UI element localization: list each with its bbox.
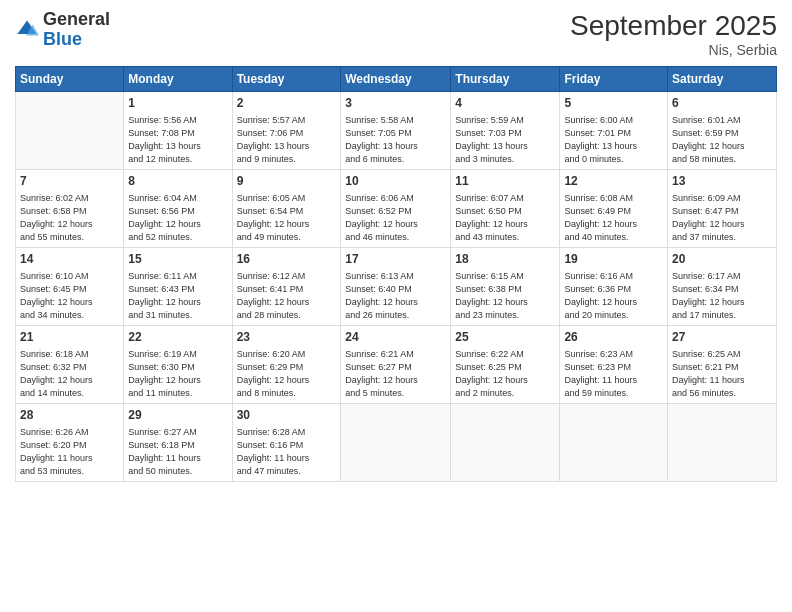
day-info: Sunrise: 6:18 AMSunset: 6:32 PMDaylight:… [20, 348, 119, 400]
day-cell: 5Sunrise: 6:00 AMSunset: 7:01 PMDaylight… [560, 92, 668, 170]
day-info: Sunrise: 6:17 AMSunset: 6:34 PMDaylight:… [672, 270, 772, 322]
day-number: 6 [672, 95, 772, 112]
day-info: Sunrise: 6:25 AMSunset: 6:21 PMDaylight:… [672, 348, 772, 400]
logo-icon [15, 18, 39, 42]
day-number: 19 [564, 251, 663, 268]
day-cell: 18Sunrise: 6:15 AMSunset: 6:38 PMDayligh… [451, 247, 560, 325]
day-number: 3 [345, 95, 446, 112]
day-info: Sunrise: 6:19 AMSunset: 6:30 PMDaylight:… [128, 348, 227, 400]
day-number: 30 [237, 407, 337, 424]
day-number: 11 [455, 173, 555, 190]
day-number: 10 [345, 173, 446, 190]
day-info: Sunrise: 6:28 AMSunset: 6:16 PMDaylight:… [237, 426, 337, 478]
day-cell: 22Sunrise: 6:19 AMSunset: 6:30 PMDayligh… [124, 325, 232, 403]
day-number: 14 [20, 251, 119, 268]
col-header-sunday: Sunday [16, 67, 124, 92]
day-number: 9 [237, 173, 337, 190]
day-number: 24 [345, 329, 446, 346]
day-cell: 11Sunrise: 6:07 AMSunset: 6:50 PMDayligh… [451, 169, 560, 247]
col-header-thursday: Thursday [451, 67, 560, 92]
week-row-3: 21Sunrise: 6:18 AMSunset: 6:32 PMDayligh… [16, 325, 777, 403]
day-number: 29 [128, 407, 227, 424]
col-header-wednesday: Wednesday [341, 67, 451, 92]
day-number: 5 [564, 95, 663, 112]
day-cell: 2Sunrise: 5:57 AMSunset: 7:06 PMDaylight… [232, 92, 341, 170]
day-cell: 27Sunrise: 6:25 AMSunset: 6:21 PMDayligh… [668, 325, 777, 403]
day-info: Sunrise: 6:01 AMSunset: 6:59 PMDaylight:… [672, 114, 772, 166]
day-cell [16, 92, 124, 170]
day-cell: 1Sunrise: 5:56 AMSunset: 7:08 PMDaylight… [124, 92, 232, 170]
day-number: 27 [672, 329, 772, 346]
day-cell: 15Sunrise: 6:11 AMSunset: 6:43 PMDayligh… [124, 247, 232, 325]
day-info: Sunrise: 6:10 AMSunset: 6:45 PMDaylight:… [20, 270, 119, 322]
day-cell: 10Sunrise: 6:06 AMSunset: 6:52 PMDayligh… [341, 169, 451, 247]
day-cell: 12Sunrise: 6:08 AMSunset: 6:49 PMDayligh… [560, 169, 668, 247]
day-number: 1 [128, 95, 227, 112]
logo: General Blue [15, 10, 110, 50]
day-info: Sunrise: 6:27 AMSunset: 6:18 PMDaylight:… [128, 426, 227, 478]
day-cell: 16Sunrise: 6:12 AMSunset: 6:41 PMDayligh… [232, 247, 341, 325]
day-info: Sunrise: 6:20 AMSunset: 6:29 PMDaylight:… [237, 348, 337, 400]
day-info: Sunrise: 6:06 AMSunset: 6:52 PMDaylight:… [345, 192, 446, 244]
day-number: 16 [237, 251, 337, 268]
day-cell: 9Sunrise: 6:05 AMSunset: 6:54 PMDaylight… [232, 169, 341, 247]
day-cell: 20Sunrise: 6:17 AMSunset: 6:34 PMDayligh… [668, 247, 777, 325]
day-number: 25 [455, 329, 555, 346]
day-number: 23 [237, 329, 337, 346]
day-cell: 28Sunrise: 6:26 AMSunset: 6:20 PMDayligh… [16, 403, 124, 481]
day-info: Sunrise: 5:56 AMSunset: 7:08 PMDaylight:… [128, 114, 227, 166]
day-cell: 23Sunrise: 6:20 AMSunset: 6:29 PMDayligh… [232, 325, 341, 403]
header: General Blue September 2025 Nis, Serbia [15, 10, 777, 58]
col-header-monday: Monday [124, 67, 232, 92]
day-info: Sunrise: 6:04 AMSunset: 6:56 PMDaylight:… [128, 192, 227, 244]
day-number: 2 [237, 95, 337, 112]
day-number: 22 [128, 329, 227, 346]
day-info: Sunrise: 6:07 AMSunset: 6:50 PMDaylight:… [455, 192, 555, 244]
day-number: 17 [345, 251, 446, 268]
day-info: Sunrise: 6:08 AMSunset: 6:49 PMDaylight:… [564, 192, 663, 244]
location: Nis, Serbia [570, 42, 777, 58]
day-cell: 21Sunrise: 6:18 AMSunset: 6:32 PMDayligh… [16, 325, 124, 403]
logo-blue: Blue [43, 29, 82, 49]
day-info: Sunrise: 6:02 AMSunset: 6:58 PMDaylight:… [20, 192, 119, 244]
day-number: 15 [128, 251, 227, 268]
day-number: 26 [564, 329, 663, 346]
day-number: 8 [128, 173, 227, 190]
calendar-header-row: SundayMondayTuesdayWednesdayThursdayFrid… [16, 67, 777, 92]
day-info: Sunrise: 6:09 AMSunset: 6:47 PMDaylight:… [672, 192, 772, 244]
day-cell: 30Sunrise: 6:28 AMSunset: 6:16 PMDayligh… [232, 403, 341, 481]
day-cell: 24Sunrise: 6:21 AMSunset: 6:27 PMDayligh… [341, 325, 451, 403]
day-cell: 25Sunrise: 6:22 AMSunset: 6:25 PMDayligh… [451, 325, 560, 403]
day-info: Sunrise: 6:16 AMSunset: 6:36 PMDaylight:… [564, 270, 663, 322]
day-info: Sunrise: 6:22 AMSunset: 6:25 PMDaylight:… [455, 348, 555, 400]
day-number: 28 [20, 407, 119, 424]
day-info: Sunrise: 5:57 AMSunset: 7:06 PMDaylight:… [237, 114, 337, 166]
day-cell [451, 403, 560, 481]
day-number: 4 [455, 95, 555, 112]
col-header-tuesday: Tuesday [232, 67, 341, 92]
title-block: September 2025 Nis, Serbia [570, 10, 777, 58]
calendar-table: SundayMondayTuesdayWednesdayThursdayFrid… [15, 66, 777, 482]
day-cell [560, 403, 668, 481]
day-cell: 8Sunrise: 6:04 AMSunset: 6:56 PMDaylight… [124, 169, 232, 247]
day-info: Sunrise: 5:58 AMSunset: 7:05 PMDaylight:… [345, 114, 446, 166]
day-info: Sunrise: 6:21 AMSunset: 6:27 PMDaylight:… [345, 348, 446, 400]
day-cell: 7Sunrise: 6:02 AMSunset: 6:58 PMDaylight… [16, 169, 124, 247]
day-info: Sunrise: 6:15 AMSunset: 6:38 PMDaylight:… [455, 270, 555, 322]
day-cell: 19Sunrise: 6:16 AMSunset: 6:36 PMDayligh… [560, 247, 668, 325]
day-info: Sunrise: 6:00 AMSunset: 7:01 PMDaylight:… [564, 114, 663, 166]
day-cell: 26Sunrise: 6:23 AMSunset: 6:23 PMDayligh… [560, 325, 668, 403]
day-info: Sunrise: 6:26 AMSunset: 6:20 PMDaylight:… [20, 426, 119, 478]
day-info: Sunrise: 6:11 AMSunset: 6:43 PMDaylight:… [128, 270, 227, 322]
day-cell: 3Sunrise: 5:58 AMSunset: 7:05 PMDaylight… [341, 92, 451, 170]
day-cell: 14Sunrise: 6:10 AMSunset: 6:45 PMDayligh… [16, 247, 124, 325]
day-info: Sunrise: 6:13 AMSunset: 6:40 PMDaylight:… [345, 270, 446, 322]
day-number: 7 [20, 173, 119, 190]
day-number: 21 [20, 329, 119, 346]
day-info: Sunrise: 6:05 AMSunset: 6:54 PMDaylight:… [237, 192, 337, 244]
day-number: 20 [672, 251, 772, 268]
day-info: Sunrise: 6:23 AMSunset: 6:23 PMDaylight:… [564, 348, 663, 400]
day-cell [668, 403, 777, 481]
logo-text: General Blue [43, 10, 110, 50]
week-row-4: 28Sunrise: 6:26 AMSunset: 6:20 PMDayligh… [16, 403, 777, 481]
